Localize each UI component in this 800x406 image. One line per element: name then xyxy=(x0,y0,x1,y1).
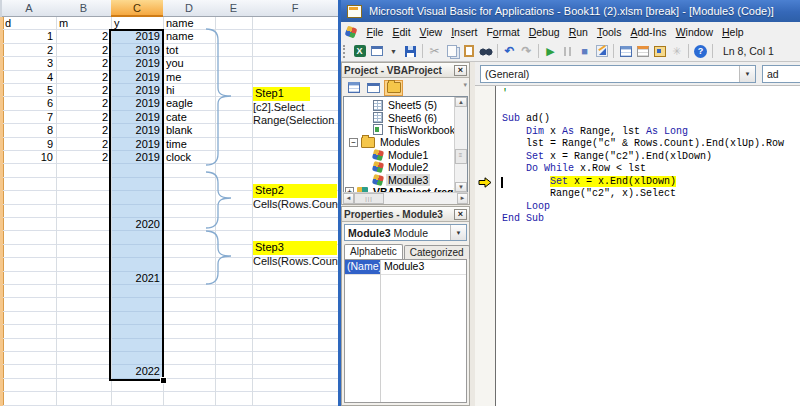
code-line[interactable]: ' xyxy=(502,88,508,101)
column-header-c[interactable]: C xyxy=(111,0,164,17)
menu-edit[interactable]: Edit xyxy=(388,24,415,40)
tree-item-module3[interactable]: Module3 xyxy=(373,173,430,185)
cell[interactable]: 2 xyxy=(56,151,111,164)
scrollbar-thumb[interactable]: ≡ xyxy=(455,149,467,164)
title-bar[interactable]: Microsoft Visual Basic for Applications … xyxy=(341,0,800,22)
column-header-d[interactable]: D xyxy=(163,0,216,17)
note-line[interactable]: [c2].Select xyxy=(253,101,304,114)
tab-alphabetic[interactable]: Alphabetic xyxy=(344,244,403,259)
cell[interactable]: 2 xyxy=(56,138,111,151)
scroll-up-icon[interactable] xyxy=(455,97,467,107)
object-dropdown[interactable]: (General) xyxy=(480,65,756,83)
save-icon[interactable] xyxy=(403,43,419,59)
code-line[interactable]: Sub ad() xyxy=(502,113,550,126)
code-line[interactable]: lst = Range("c" & Rows.Count).End(xlUp).… xyxy=(502,138,784,151)
column-header-a[interactable]: A xyxy=(2,0,57,17)
column-header-f[interactable]: F xyxy=(252,0,339,17)
cell[interactable]: 2 xyxy=(2,44,56,57)
menu-insert[interactable]: Insert xyxy=(447,24,482,40)
tab-categorized[interactable]: Categorized xyxy=(404,245,470,259)
tree-item-module1[interactable]: Module1 xyxy=(373,149,430,161)
tree-vertical-scrollbar[interactable]: ≡ xyxy=(454,97,467,192)
menu-window[interactable]: Window xyxy=(671,24,717,40)
view-code-button[interactable] xyxy=(344,80,363,96)
code-line[interactable]: Dim x As Range, lst As Long xyxy=(502,126,688,139)
tree-horizontal-scrollbar[interactable]: ||| xyxy=(343,192,468,204)
reset-icon[interactable]: ■ xyxy=(577,43,593,59)
cell[interactable]: 2 xyxy=(56,71,111,84)
cell[interactable]: 4 xyxy=(2,71,56,84)
paste-icon[interactable] xyxy=(461,43,477,59)
cell[interactable]: 2 xyxy=(56,124,111,137)
menu-addins[interactable]: Add-Ins xyxy=(626,24,671,40)
menu-run[interactable]: Run xyxy=(564,24,592,40)
cell[interactable]: 2 xyxy=(56,111,111,124)
code-editor[interactable]: 'Sub ad() Dim x As Range, lst As Long ls… xyxy=(496,86,800,406)
cell[interactable]: 2 xyxy=(56,44,111,57)
chevron-down-icon[interactable] xyxy=(739,66,755,82)
menu-file[interactable]: File xyxy=(362,24,388,40)
excel-fill-handle[interactable] xyxy=(160,377,167,384)
note-title[interactable]: Step1 xyxy=(253,87,310,101)
close-icon[interactable] xyxy=(454,65,467,76)
minus-expander-icon[interactable] xyxy=(349,138,358,147)
close-icon[interactable] xyxy=(454,209,467,220)
code-line[interactable]: Do While x.Row < lst xyxy=(502,163,646,176)
cell[interactable]: 1 xyxy=(2,30,56,43)
toggle-folders-button[interactable] xyxy=(384,80,403,96)
properties-panel-header[interactable]: Properties - Module3 xyxy=(342,207,469,222)
property-value-cell[interactable]: Module3 xyxy=(381,260,466,274)
grid-divider[interactable] xyxy=(380,260,381,402)
menu-help[interactable]: Help xyxy=(717,24,748,40)
code-line[interactable]: Range("c2", x).Select xyxy=(502,188,676,201)
scroll-left-icon[interactable] xyxy=(343,193,354,204)
cell[interactable]: 2 xyxy=(56,57,111,70)
tree-item-sheet6-6-[interactable]: Sheet6 (6) xyxy=(373,111,439,123)
design-mode-icon[interactable] xyxy=(594,43,610,59)
undo-icon[interactable]: ↶ xyxy=(502,43,518,59)
code-line[interactable]: Set x = Range("c2").End(xlDown) xyxy=(502,151,712,164)
insert-userform-icon[interactable] xyxy=(369,43,385,59)
menu-debug[interactable]: Debug xyxy=(524,24,564,40)
tree-item-modules[interactable]: Modules xyxy=(349,136,422,148)
cell[interactable]: d xyxy=(2,17,56,30)
code-line[interactable]: Set x = x.End(xlDown) xyxy=(502,176,676,189)
project-panel-header[interactable]: Project - VBAProject xyxy=(342,63,469,78)
code-line[interactable]: End Sub xyxy=(502,213,544,226)
help-icon[interactable]: ? xyxy=(693,43,709,59)
tree-item-module2[interactable]: Module2 xyxy=(373,161,430,173)
panel-options-icon[interactable]: ▾ xyxy=(463,81,467,89)
view-object-button[interactable] xyxy=(364,80,383,96)
scrollbar-thumb[interactable]: ||| xyxy=(354,193,384,204)
cell[interactable]: 2 xyxy=(56,84,111,97)
cell[interactable]: 8 xyxy=(2,124,56,137)
object-browser-icon[interactable] xyxy=(652,43,668,59)
note-line[interactable]: Cells(Rows.Coun xyxy=(253,198,338,211)
cell[interactable]: 5 xyxy=(2,84,56,97)
menu-format[interactable]: Format xyxy=(482,24,524,40)
property-name-cell[interactable]: (Name) xyxy=(345,260,380,274)
toolbar-grip[interactable] xyxy=(343,45,348,58)
tree-item-thisworkbook[interactable]: ThisWorkbook xyxy=(373,124,457,136)
menu-view[interactable]: View xyxy=(415,24,447,40)
properties-window-icon[interactable] xyxy=(635,43,651,59)
code-margin-indicator-bar[interactable] xyxy=(475,86,496,406)
note-title[interactable]: Step2 xyxy=(253,184,337,198)
cell[interactable]: 10 xyxy=(2,151,56,164)
view-excel-icon[interactable]: X xyxy=(352,43,368,59)
run-icon[interactable]: ▶ xyxy=(543,43,559,59)
cell[interactable]: 3 xyxy=(2,57,56,70)
project-explorer-icon[interactable] xyxy=(618,43,634,59)
properties-object-combo[interactable]: Module3 Module xyxy=(344,224,467,241)
scroll-right-icon[interactable] xyxy=(457,193,468,204)
note-title[interactable]: Step3 xyxy=(253,241,337,255)
chevron-down-icon[interactable] xyxy=(450,225,466,240)
code-line[interactable]: Loop xyxy=(502,201,550,214)
cell[interactable]: 9 xyxy=(2,138,56,151)
cell[interactable]: 2 xyxy=(56,30,111,43)
userform-dropdown-icon[interactable]: ▼ xyxy=(386,43,402,59)
find-icon[interactable] xyxy=(478,43,494,59)
note-line[interactable]: Range(Selection xyxy=(253,114,334,127)
scroll-down-icon[interactable] xyxy=(455,182,467,192)
note-line[interactable]: Cells(Rows.Coun xyxy=(253,255,338,268)
